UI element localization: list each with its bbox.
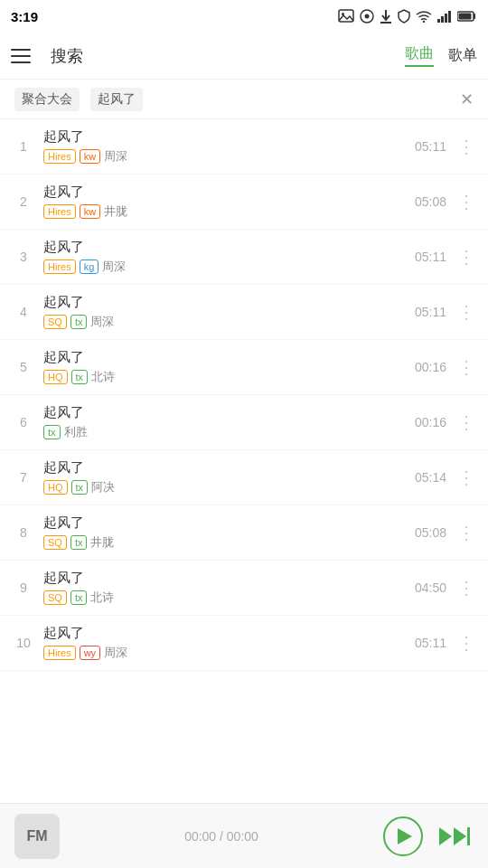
song-badges: Hireskg周深 <box>43 259 415 275</box>
menu-line-1 <box>11 49 31 51</box>
skip-forward-button[interactable] <box>434 816 474 856</box>
song-badges: Hireskw周深 <box>43 148 415 165</box>
song-artist: 北诗 <box>91 369 115 385</box>
song-item-1[interactable]: 1起风了Hireskw周深05:11⋮ <box>0 119 488 175</box>
badge-hires: Hires <box>43 646 76 660</box>
song-badges: Hireswy周深 <box>43 645 415 661</box>
status-time: 3:19 <box>11 9 38 24</box>
more-options-button[interactable]: ⋮ <box>455 301 477 323</box>
song-badges: HQtx北诗 <box>43 369 415 385</box>
song-info: 起风了HQtx阿决 <box>36 459 415 495</box>
status-bar: 3:19 <box>0 0 488 33</box>
svg-rect-15 <box>467 827 470 845</box>
song-badges: HQtx阿决 <box>43 479 415 495</box>
player-time: 00:00 / 00:00 <box>60 829 383 844</box>
fm-button[interactable]: FM <box>14 814 60 859</box>
song-number: 7 <box>11 470 36 485</box>
badge-hires: Hires <box>43 149 76 164</box>
song-number: 1 <box>11 139 36 154</box>
badge-hq: HQ <box>43 370 68 384</box>
svg-point-3 <box>365 14 370 19</box>
more-options-button[interactable]: ⋮ <box>455 136 477 157</box>
svg-marker-14 <box>454 827 466 845</box>
song-badges: SQtx周深 <box>43 314 415 330</box>
badge-hq: HQ <box>43 480 68 495</box>
clear-button[interactable]: ✕ <box>460 90 474 109</box>
play-button[interactable] <box>383 816 423 856</box>
menu-line-2 <box>11 55 31 57</box>
song-duration: 05:14 <box>415 470 446 485</box>
song-title: 起风了 <box>43 239 415 256</box>
song-number: 5 <box>11 360 36 374</box>
song-number: 8 <box>11 525 36 540</box>
badge-tx: tx <box>43 425 61 439</box>
song-info: 起风了Hireskw井胧 <box>36 184 415 220</box>
tag-juhui[interactable]: 聚合大会 <box>14 88 80 111</box>
svg-marker-13 <box>439 827 452 845</box>
tag-qifengle[interactable]: 起风了 <box>90 88 143 111</box>
status-icons <box>338 9 477 24</box>
player-controls <box>383 816 474 856</box>
badge-hires: Hires <box>43 259 76 274</box>
song-item-6[interactable]: 6起风了tx利胜00:16⋮ <box>0 395 488 450</box>
search-title: 搜索 <box>51 45 405 67</box>
song-title: 起风了 <box>43 625 415 642</box>
tab-playlist[interactable]: 歌单 <box>448 46 477 65</box>
song-badges: SQtx井胧 <box>43 534 415 551</box>
song-artist: 利胜 <box>64 424 88 440</box>
song-list: 1起风了Hireskw周深05:11⋮2起风了Hireskw井胧05:08⋮3起… <box>0 119 488 803</box>
svg-rect-0 <box>339 10 353 22</box>
song-artist: 周深 <box>102 259 126 275</box>
song-number: 4 <box>11 305 36 319</box>
song-info: 起风了SQtx井胧 <box>36 514 415 551</box>
wifi-icon <box>416 10 432 23</box>
song-item-5[interactable]: 5起风了HQtx北诗00:16⋮ <box>0 340 488 395</box>
more-options-button[interactable]: ⋮ <box>455 356 477 378</box>
badge-hires: Hires <box>43 204 76 219</box>
download-icon <box>380 9 392 24</box>
song-item-10[interactable]: 10起风了Hireswy周深05:11⋮ <box>0 616 488 671</box>
more-options-button[interactable]: ⋮ <box>455 411 477 433</box>
more-options-button[interactable]: ⋮ <box>455 522 477 543</box>
song-info: 起风了Hireskw周深 <box>36 128 415 165</box>
more-options-button[interactable]: ⋮ <box>455 632 477 654</box>
song-artist: 井胧 <box>90 534 114 551</box>
song-duration: 05:11 <box>415 250 446 264</box>
more-options-button[interactable]: ⋮ <box>455 577 477 599</box>
song-item-2[interactable]: 2起风了Hireskw井胧05:08⋮ <box>0 175 488 230</box>
song-title: 起风了 <box>43 294 415 311</box>
song-item-9[interactable]: 9起风了SQtx北诗04:50⋮ <box>0 561 488 616</box>
svg-rect-8 <box>441 16 444 23</box>
song-number: 9 <box>11 580 36 595</box>
more-options-button[interactable]: ⋮ <box>455 467 477 488</box>
svg-rect-12 <box>459 14 472 20</box>
badge-tx: tx <box>70 590 88 605</box>
song-item-4[interactable]: 4起风了SQtx周深05:11⋮ <box>0 285 488 340</box>
song-title: 起风了 <box>43 514 415 532</box>
song-info: 起风了Hireskg周深 <box>36 239 415 275</box>
song-item-7[interactable]: 7起风了HQtx阿决05:14⋮ <box>0 450 488 505</box>
svg-rect-7 <box>437 19 440 23</box>
song-title: 起风了 <box>43 128 415 146</box>
song-info: 起风了SQtx北诗 <box>36 570 415 606</box>
image-icon <box>338 9 354 24</box>
more-options-button[interactable]: ⋮ <box>455 191 477 212</box>
song-item-8[interactable]: 8起风了SQtx井胧05:08⋮ <box>0 505 488 561</box>
song-title: 起风了 <box>43 570 415 587</box>
menu-button[interactable] <box>11 42 40 71</box>
menu-line-3 <box>11 61 31 63</box>
badge-tx: tx <box>71 370 89 384</box>
song-item-3[interactable]: 3起风了Hireskg周深05:11⋮ <box>0 230 488 285</box>
svg-point-6 <box>423 21 425 23</box>
badge-tx: tx <box>71 480 89 495</box>
song-duration: 05:08 <box>415 194 446 209</box>
tab-songs[interactable]: 歌曲 <box>405 44 434 67</box>
svg-rect-10 <box>448 11 451 23</box>
song-duration: 00:16 <box>415 360 446 374</box>
song-number: 3 <box>11 250 36 264</box>
song-artist: 周深 <box>104 148 127 165</box>
more-options-button[interactable]: ⋮ <box>455 246 477 268</box>
song-info: 起风了tx利胜 <box>36 404 415 440</box>
song-artist: 北诗 <box>90 590 114 606</box>
song-duration: 04:50 <box>415 580 446 595</box>
